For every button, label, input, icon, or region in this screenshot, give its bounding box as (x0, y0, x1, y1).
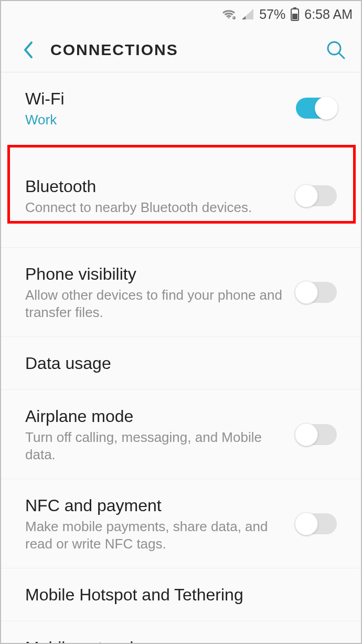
page-title: CONNECTIONS (50, 41, 178, 59)
row-airplane-mode[interactable]: Airplane mode Turn off calling, messagin… (1, 390, 361, 479)
phone-visibility-toggle[interactable] (296, 282, 337, 303)
row-bluetooth[interactable]: Bluetooth Connect to nearby Bluetooth de… (1, 144, 361, 248)
svg-text:+: + (232, 16, 235, 19)
status-time: 6:58 AM (304, 7, 353, 22)
back-icon[interactable] (22, 40, 34, 59)
signal-icon (241, 8, 254, 20)
data-usage-title: Data usage (25, 353, 326, 374)
bluetooth-subtitle: Connect to nearby Bluetooth devices. (25, 199, 285, 216)
row-wifi[interactable]: Wi-Fi Work (1, 72, 361, 144)
status-bar: + 57% 6:58 AM (1, 1, 361, 27)
bluetooth-toggle[interactable] (296, 185, 337, 206)
mobile-networks-title: Mobile networks (25, 637, 326, 643)
row-nfc[interactable]: NFC and payment Make mobile payments, sh… (1, 479, 361, 568)
battery-icon (291, 7, 299, 21)
search-icon[interactable] (325, 39, 346, 60)
wifi-toggle[interactable] (296, 98, 337, 119)
airplane-title: Airplane mode (25, 406, 285, 427)
battery-percent: 57% (259, 7, 285, 22)
svg-line-6 (339, 53, 344, 58)
phone-visibility-subtitle: Allow other devices to find your phone a… (25, 287, 285, 321)
phone-visibility-title: Phone visibility (25, 263, 285, 284)
row-hotspot[interactable]: Mobile Hotspot and Tethering (1, 568, 361, 621)
nfc-subtitle: Make mobile payments, share data, and re… (25, 518, 285, 552)
app-header: CONNECTIONS (1, 27, 361, 72)
row-data-usage[interactable]: Data usage (1, 337, 361, 390)
airplane-toggle[interactable] (296, 424, 337, 445)
nfc-title: NFC and payment (25, 495, 285, 516)
settings-list: Wi-Fi Work Bluetooth Connect to nearby B… (1, 72, 361, 643)
bluetooth-title: Bluetooth (25, 176, 285, 197)
row-phone-visibility[interactable]: Phone visibility Allow other devices to … (1, 248, 361, 337)
row-mobile-networks[interactable]: Mobile networks (1, 621, 361, 643)
hotspot-title: Mobile Hotspot and Tethering (25, 584, 326, 605)
svg-rect-4 (292, 14, 297, 19)
airplane-subtitle: Turn off calling, messaging, and Mobile … (25, 429, 285, 463)
nfc-toggle[interactable] (296, 513, 337, 534)
wifi-icon: + (221, 8, 236, 20)
wifi-subtitle: Work (25, 111, 285, 129)
wifi-title: Wi-Fi (25, 88, 285, 109)
